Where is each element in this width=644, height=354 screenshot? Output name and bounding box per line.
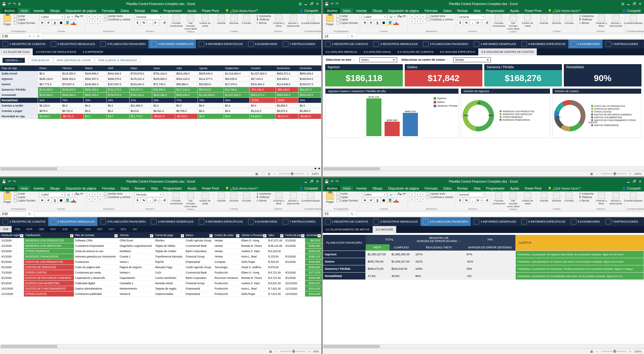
cell[interactable]: $346,995.0: [61, 92, 84, 98]
bold-button[interactable]: N: [362, 20, 368, 25]
nav-item-5[interactable]: 6 DASHBOARDS: [568, 217, 603, 226]
cell[interactable]: $67,773.0: [38, 82, 61, 87]
formula-input[interactable]: [43, 34, 320, 39]
cell[interactable]: 76%: [61, 98, 84, 103]
cell[interactable]: $8,345.0: [38, 114, 61, 119]
merge-center-button[interactable]: Combinar y centrar: [104, 196, 130, 199]
zoom-slider[interactable]: [601, 351, 626, 352]
nav-item-2[interactable]: 3 PLANEACIÓN FINANCIERA: [98, 217, 149, 226]
cell[interactable]: $878.0: [38, 108, 61, 114]
horizontal-scrollbar[interactable]: [0, 344, 321, 348]
percent-button[interactable]: %: [464, 20, 469, 25]
autosum-button[interactable]: ∑ Autosuma: [256, 192, 271, 195]
wrap-text-button[interactable]: Ajustar texto: [104, 192, 130, 195]
comma-button[interactable]: ,: [147, 198, 153, 203]
underline-button[interactable]: S: [375, 20, 380, 25]
horizontal-scrollbar[interactable]: [323, 344, 644, 348]
tab-draw[interactable]: Dibujar: [47, 186, 63, 191]
maximize-icon[interactable]: 🗗: [633, 2, 636, 6]
fill-button[interactable]: ⬇ Rellenar: [256, 196, 271, 199]
cell[interactable]: $782,416.0: [152, 71, 175, 76]
number-format-select[interactable]: Moneda▾: [135, 192, 163, 197]
cell[interactable]: $0.0: [198, 103, 224, 108]
cell[interactable]: 70%: [198, 98, 224, 103]
horizontal-scrollbar[interactable]: ◀▶: [0, 166, 321, 171]
tell-me-search[interactable]: 💡¿Qué desea hacer?: [545, 9, 580, 13]
subtab-especifico[interactable]: 6.4 ANÁLISIS ESPECÍFICO: [437, 48, 478, 55]
cell[interactable]: $35,880.0: [152, 87, 175, 92]
cell[interactable]: $199,844.0: [298, 76, 321, 82]
border-button[interactable]: ▦: [58, 198, 64, 203]
cell[interactable]: $72,745.0: [152, 82, 175, 87]
fill-button[interactable]: ⬇ Rellenar: [579, 196, 593, 199]
tab-help[interactable]: Ayuda: [508, 186, 521, 191]
zoom-slider[interactable]: [279, 173, 304, 174]
table-row[interactable]: 7/1/2020OTROS COSTOSComisiones por venta…: [0, 270, 321, 275]
nav-item-1[interactable]: 2 REGISTROS MENSUALES: [48, 40, 98, 48]
underline-button[interactable]: S: [375, 198, 380, 203]
tab-review[interactable]: Revisar: [132, 186, 148, 191]
tell-me-search[interactable]: 💡¿Qué desea hacer?: [545, 187, 580, 190]
sensitivity-button[interactable]: Confidencialidad: [304, 14, 317, 25]
tab-insert[interactable]: Insertar: [354, 186, 369, 191]
cell[interactable]: $8,765.0: [175, 108, 198, 114]
cell[interactable]: $0.0: [198, 114, 224, 119]
col-header[interactable]: Acumulado▾: [305, 232, 321, 238]
tab-view[interactable]: Vista: [471, 186, 483, 191]
cell[interactable]: $0.0: [84, 114, 107, 119]
cell[interactable]: $818,296.0: [175, 71, 198, 76]
tab-home[interactable]: Inicio: [18, 186, 30, 191]
view-normal-icon[interactable]: ▦: [255, 172, 258, 175]
cell[interactable]: 77%: [175, 98, 198, 103]
col-header[interactable]: Valor▾: [267, 232, 284, 238]
fx-icon[interactable]: fx: [351, 212, 353, 216]
bold-button[interactable]: N: [362, 198, 368, 203]
cell[interactable]: $733,579.0: [107, 92, 130, 98]
month-tab[interactable]: AGO: [82, 226, 94, 232]
comma-button[interactable]: ,: [470, 198, 475, 203]
format-as-table-button[interactable]: Dar formato como tabla: [184, 14, 197, 30]
filter-dropdown-icon[interactable]: ▾: [150, 234, 153, 237]
sensitivity-button[interactable]: Confidencialidad: [304, 192, 317, 202]
month-tab[interactable]: MAY: [47, 226, 59, 232]
cell[interactable]: $0.0: [198, 108, 224, 114]
insert-cells-button[interactable]: Insertar: [538, 14, 550, 25]
name-box[interactable]: C38: [1, 34, 26, 39]
cell[interactable]: $1,027,820.0: [250, 71, 276, 76]
cell[interactable]: $48,837.0: [129, 87, 152, 92]
border-button[interactable]: ▦: [381, 198, 386, 203]
month-tab[interactable]: JUL: [71, 226, 82, 232]
name-box[interactable]: F3: [323, 211, 348, 217]
filter-dropdown-icon[interactable]: ▾: [263, 234, 266, 237]
zoom-level[interactable]: 90%: [313, 350, 319, 353]
table-row[interactable]: 3/1/2020OTROS INGRESOSVenta de activos e…: [0, 249, 321, 254]
month-tab[interactable]: OCT: [106, 226, 118, 232]
cell[interactable]: $0.0: [224, 103, 250, 108]
number-format-select[interactable]: General▾: [457, 14, 486, 19]
table-row[interactable]: 11/1/2020OTROS GASTOSComisiones publicid…: [0, 291, 321, 297]
underline-button[interactable]: S: [52, 198, 58, 203]
redo-icon[interactable]: ↷: [336, 180, 338, 184]
tab-view[interactable]: Vista: [148, 186, 160, 191]
delete-cells-button[interactable]: Eliminar: [228, 192, 240, 202]
cell[interactable]: $288,276.0: [107, 76, 130, 82]
nav-item-0[interactable]: 1 REGISTRO DE CUENTAS: [0, 40, 48, 48]
month-tab[interactable]: SEP: [94, 226, 106, 232]
subtab-mensual[interactable]: 6.1 ANÁLISIS MENSUAL: [323, 48, 361, 55]
subtab-centro-costos[interactable]: 6.5 ANÁLISIS DE CENTRO DE COSTOS: [478, 48, 537, 55]
cell[interactable]: $733,579.0: [129, 71, 152, 76]
month-select[interactable]: enero▾: [359, 57, 397, 62]
copy-button[interactable]: Copiar: [336, 18, 358, 21]
cell[interactable]: 46%: [107, 98, 130, 103]
close-icon[interactable]: ✕: [316, 180, 319, 184]
cell[interactable]: $0.0: [84, 103, 107, 108]
cell[interactable]: $157,097.0: [107, 82, 130, 87]
format-painter-button[interactable]: Copiar formato: [336, 21, 358, 25]
cell[interactable]: -$8,921.0: [152, 114, 175, 119]
table-row[interactable]: 9/1/2020GASTOS CON MARKETINGPublicidad d…: [0, 281, 321, 286]
cell[interactable]: $70,557.0: [61, 82, 84, 87]
cell[interactable]: $919,023.0: [298, 92, 321, 98]
font-color-button[interactable]: A: [393, 198, 399, 203]
font-color-button[interactable]: A: [71, 198, 76, 203]
cell[interactable]: -$95,165.0: [275, 87, 298, 92]
